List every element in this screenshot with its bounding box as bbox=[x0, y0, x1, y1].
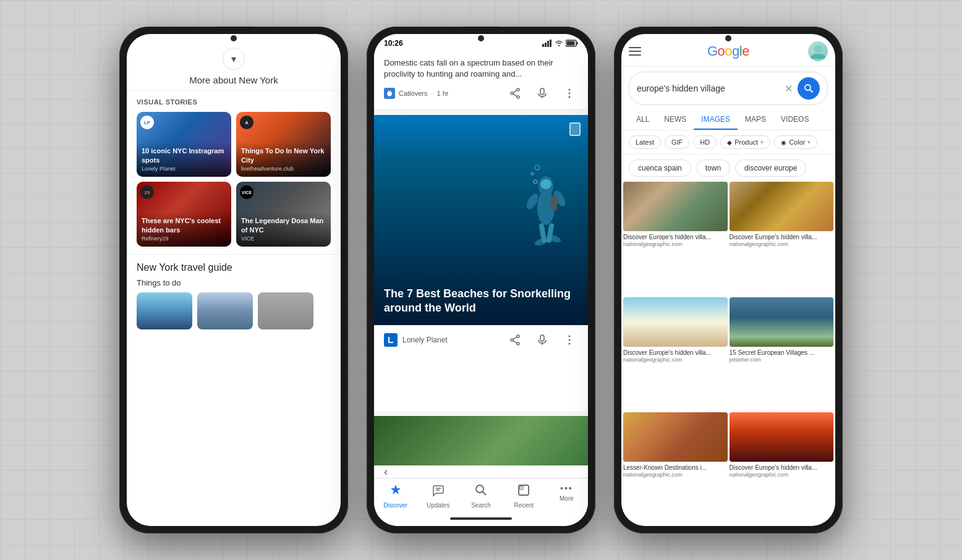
filter-gif[interactable]: GIF bbox=[665, 135, 689, 149]
more-button-notif[interactable] bbox=[561, 85, 578, 102]
thumb-city[interactable] bbox=[258, 292, 313, 329]
search-submit-button[interactable] bbox=[798, 77, 820, 100]
svg-rect-5 bbox=[577, 42, 578, 45]
nav-discover-label: Discover bbox=[383, 502, 407, 509]
img-result-2[interactable]: Discover Europe's hidden villa... nation… bbox=[730, 182, 834, 295]
story-source-4: VICE bbox=[241, 235, 326, 242]
img-source-2: nationalgeographic.com bbox=[730, 241, 834, 247]
diver-illustration bbox=[520, 127, 569, 251]
img-source-1: nationalgeographic.com bbox=[623, 241, 728, 247]
img-result-5[interactable]: Lesser-Known Destinations i... nationalg… bbox=[623, 412, 728, 526]
phone-camera-2 bbox=[478, 35, 484, 41]
hamburger-button[interactable] bbox=[629, 41, 649, 61]
search-bar[interactable]: europe's hidden village ✕ bbox=[629, 72, 828, 105]
tab-news[interactable]: NEWS bbox=[657, 110, 694, 130]
chip-discover-europe[interactable]: discover europe bbox=[735, 159, 806, 177]
story-card-4[interactable]: VICE The Legendary Dosa Man of NYC VICE bbox=[236, 182, 331, 247]
avatar-svg bbox=[808, 41, 828, 61]
img-caption-4: 15 Secret European Villages ... bbox=[730, 349, 834, 357]
thumb-statue[interactable] bbox=[197, 292, 253, 329]
story-logo-4: VICE bbox=[240, 185, 253, 199]
chip-cuenca-spain[interactable]: cuenca spain bbox=[629, 159, 691, 177]
img-thumb-4 bbox=[730, 297, 834, 347]
nav-discover[interactable]: Discover bbox=[374, 483, 417, 509]
story-source-1: Lonely Planet bbox=[142, 166, 226, 172]
phone-notch-3 bbox=[710, 27, 747, 33]
wifi-icon bbox=[555, 40, 563, 47]
feed-share-button[interactable] bbox=[506, 331, 524, 349]
clock: 10:26 bbox=[384, 39, 403, 48]
user-avatar[interactable] bbox=[808, 41, 828, 61]
svg-line-11 bbox=[513, 94, 517, 96]
svg-point-9 bbox=[517, 96, 519, 98]
tab-maps[interactable]: MAPS bbox=[738, 110, 773, 130]
nav-search[interactable]: Search bbox=[459, 483, 502, 509]
chevron-button[interactable]: ▾ bbox=[223, 48, 245, 70]
filter-tabs: ALL NEWS IMAGES MAPS VIDEOS bbox=[621, 110, 835, 130]
svg-point-44 bbox=[476, 485, 483, 493]
svg-rect-31 bbox=[571, 123, 579, 135]
more-about-header: ▾ More about New York bbox=[127, 40, 341, 91]
share-button[interactable] bbox=[506, 85, 524, 102]
thumb-skyline[interactable] bbox=[137, 292, 192, 329]
img-result-3[interactable]: Discover Europe's hidden villa... nation… bbox=[623, 297, 728, 411]
nav-more[interactable]: ••• More bbox=[545, 483, 588, 509]
filter-hd[interactable]: HD bbox=[693, 135, 717, 149]
signal-icon bbox=[542, 40, 552, 47]
filter-color[interactable]: ◉ Color ▾ bbox=[774, 135, 817, 149]
story-overlay-3: These are NYC's coolest hidden bars Refi… bbox=[137, 211, 231, 247]
story-card-2[interactable]: A Things To Do In New York City livethea… bbox=[236, 112, 331, 177]
tab-all[interactable]: ALL bbox=[629, 110, 657, 130]
updates-svg bbox=[432, 483, 445, 497]
phone-notch-2 bbox=[462, 27, 500, 33]
phone-notch-1 bbox=[215, 27, 252, 33]
updates-icon bbox=[432, 483, 445, 500]
img-caption-6: Discover Europe's hidden villa... bbox=[730, 464, 834, 472]
feed-card[interactable]: The 7 Best Beaches for Snorkelling aroun… bbox=[374, 115, 588, 411]
phone-2-screen: 10:26 bbox=[374, 34, 588, 526]
nav-updates[interactable]: Updates bbox=[417, 483, 459, 509]
recent-svg bbox=[517, 483, 530, 497]
tab-images[interactable]: IMAGES bbox=[694, 110, 738, 130]
google-logo-container: Google bbox=[655, 43, 802, 59]
source-dot: · bbox=[431, 90, 433, 97]
feed-source: Lonely Planet bbox=[384, 333, 448, 347]
feed-mic-button[interactable] bbox=[534, 331, 551, 349]
google-o2: o bbox=[725, 43, 732, 59]
svg-line-10 bbox=[513, 90, 517, 93]
stories-grid: LP 10 iconic NYC Instragram spots Lonely… bbox=[137, 112, 331, 247]
search-clear-button[interactable]: ✕ bbox=[785, 83, 793, 95]
story-card-3[interactable]: 29 These are NYC's coolest hidden bars R… bbox=[137, 182, 231, 247]
svg-rect-1 bbox=[545, 43, 547, 47]
cat-icon bbox=[386, 90, 393, 97]
phone-camera-3 bbox=[725, 35, 731, 41]
svg-line-50 bbox=[810, 90, 813, 93]
img-result-4[interactable]: 15 Secret European Villages ... jetsette… bbox=[730, 297, 834, 411]
partial-card[interactable] bbox=[374, 416, 588, 465]
svg-line-35 bbox=[513, 337, 517, 339]
img-result-6[interactable]: Discover Europe's hidden villa... nation… bbox=[730, 412, 834, 526]
phone-3-screen: Google europe's hidden village ✕ bbox=[621, 34, 835, 526]
mic-button[interactable] bbox=[534, 85, 551, 102]
tab-videos[interactable]: VIDEOS bbox=[773, 110, 816, 130]
nav-more-label: More bbox=[560, 495, 574, 502]
discover-icon bbox=[389, 483, 402, 500]
chip-town[interactable]: town bbox=[696, 159, 730, 177]
story-card-1[interactable]: LP 10 iconic NYC Instragram spots Lonely… bbox=[137, 112, 231, 177]
visual-stories-section: VISUAL STORIES LP 10 iconic NYC Instragr… bbox=[127, 91, 341, 254]
filter-latest[interactable]: Latest bbox=[629, 135, 661, 149]
back-chevron-icon[interactable]: ‹ bbox=[384, 465, 388, 478]
filter-product[interactable]: ◆ Product ▾ bbox=[720, 135, 770, 149]
nav-recent[interactable]: Recent bbox=[503, 483, 545, 509]
img-result-1[interactable]: Discover Europe's hidden villa... nation… bbox=[623, 182, 728, 295]
svg-line-36 bbox=[513, 341, 517, 343]
img-caption-1: Discover Europe's hidden villa... bbox=[623, 233, 728, 241]
story-source-2: livetheadventure.club bbox=[241, 166, 326, 172]
feed-more-button[interactable] bbox=[561, 331, 578, 349]
svg-point-48 bbox=[814, 45, 822, 53]
notification-card[interactable]: Domestic cats fall on a spectrum based o… bbox=[374, 50, 588, 110]
notification-actions bbox=[506, 85, 578, 102]
story-title-2: Things To Do In New York City bbox=[241, 146, 326, 164]
bookmark-icon[interactable] bbox=[569, 122, 581, 139]
svg-point-33 bbox=[511, 339, 513, 341]
